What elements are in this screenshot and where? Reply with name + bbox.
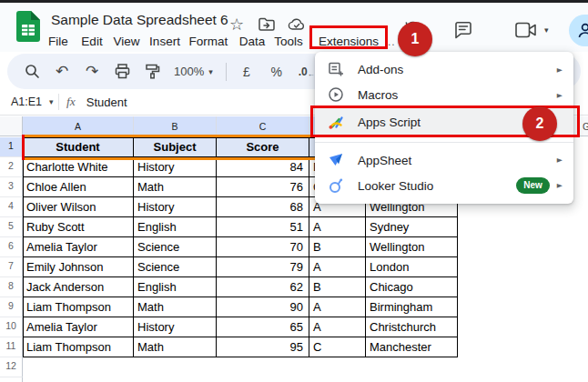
name-box[interactable]: A1:E1 ▾ [0,96,56,108]
row-header-13[interactable]: 13 [0,377,23,382]
table-cell[interactable]: 95 [217,337,309,357]
header-cell-student[interactable]: Student [23,137,134,157]
top-bar: Sample Data Spreadsheet 6 ☆ File Edit Vi… [0,3,588,52]
table-cell[interactable]: Liam Thompson [23,297,134,317]
table-cell[interactable]: Liam Thompson [23,337,134,357]
row-header-5[interactable]: 5 [0,217,23,237]
table-cell[interactable]: 79 [217,257,309,277]
table-cell[interactable]: History [134,317,217,337]
table-cell[interactable]: 65 [217,317,309,337]
table-cell[interactable]: A [309,257,366,277]
header-cell-subject[interactable]: Subject [134,137,217,157]
menubar-item-extensions[interactable]: Extensions [319,32,379,52]
table-cell[interactable]: 90 [217,297,309,317]
row-header-12[interactable]: 12 [0,357,23,377]
zoom-caret-icon: ▾ [208,67,213,76]
table-cell[interactable]: London [366,257,458,277]
menu-item-appsheet[interactable]: AppSheet ▶ [315,147,573,173]
row-header-7[interactable]: 7 [0,257,23,277]
row-header-11[interactable]: 11 [0,337,23,357]
table-cell[interactable]: Math [134,177,217,197]
column-header-b[interactable]: B [134,116,217,136]
table-cell[interactable]: Science [134,257,217,277]
currency-format-button[interactable]: £ [235,60,259,84]
menubar-item-format[interactable]: Format [189,32,228,52]
table-cell[interactable]: 70 [217,237,309,257]
select-all-corner[interactable] [0,116,23,136]
table-cell[interactable]: A [309,297,366,317]
table-cell[interactable]: A [309,317,366,337]
comment-icon[interactable] [453,20,473,40]
table-cell[interactable]: Math [134,337,217,357]
table-cell[interactable]: Sydney [366,217,458,237]
camera-dropdown-caret[interactable]: ▾ [544,25,549,35]
table-cell[interactable]: Chicago [366,277,458,297]
table-cell[interactable]: Manchester [366,337,458,357]
menubar-item-data[interactable]: Data [239,32,266,52]
document-title[interactable]: Sample Data Spreadsheet 6 [51,12,228,28]
row-header-2[interactable]: 2 [0,157,23,177]
table-cell[interactable]: 76 [217,177,309,197]
table-cell[interactable]: Math [134,297,217,317]
menu-item-apps-script[interactable]: Apps Script [315,107,573,136]
table-cell[interactable]: History [134,197,217,217]
table-cell[interactable]: Birmingham [366,297,458,317]
zoom-level-select[interactable]: 100% ▾ [170,60,217,84]
undo-icon[interactable]: ↶ [50,60,74,84]
submenu-arrow-icon: ▶ [557,91,563,97]
percent-format-button[interactable]: % [265,60,289,84]
table-cell[interactable]: Amelia Taylor [23,237,134,257]
meet-camera-icon[interactable] [515,22,537,38]
row-header-3[interactable]: 3 [0,177,23,197]
table-cell[interactable]: English [134,277,217,297]
row-header-4[interactable]: 4 [0,197,23,217]
menu-item-add-ons[interactable]: Add-ons ▶ [315,56,573,82]
table-cell[interactable]: 68 [217,197,309,217]
move-folder-icon[interactable] [258,15,276,34]
redo-icon[interactable]: ↷ [80,60,104,84]
table-cell[interactable]: C [309,337,366,357]
row-header-8[interactable]: 8 [0,277,23,297]
formula-input[interactable]: Student [86,96,127,109]
table-cell[interactable]: Christchurch [366,317,458,337]
table-cell[interactable]: 62 [217,277,309,297]
search-icon[interactable] [20,60,44,84]
looker-studio-icon [328,177,344,194]
table-cell[interactable]: A [309,217,366,237]
menubar-item-insert[interactable]: Insert [149,32,180,52]
table-cell[interactable]: 84 [217,157,309,177]
row-header-6[interactable]: 6 [0,237,23,257]
row-header-9[interactable]: 9 [0,297,23,317]
paint-format-icon[interactable] [140,60,164,84]
print-icon[interactable] [110,60,134,84]
table-cell[interactable]: Oliver Wilson [23,197,134,217]
cloud-saved-icon[interactable] [288,15,306,34]
menubar-item-view[interactable]: View [113,32,139,52]
table-cell[interactable]: Chloe Allen [23,177,134,197]
row-header-1[interactable]: 1 [0,137,23,157]
table-cell[interactable]: B [309,237,366,257]
version-history-icon[interactable] [403,20,423,40]
table-cell[interactable]: Jack Anderson [23,277,134,297]
table-cell[interactable]: Wellington [366,237,458,257]
table-cell[interactable]: Ruby Scott [23,217,134,237]
menu-item-looker-studio[interactable]: Looker Studio New ▶ [315,173,573,198]
header-cell-score[interactable]: Score [217,137,309,157]
menubar-item-file[interactable]: File [48,32,68,52]
menubar-item-edit[interactable]: Edit [81,32,102,52]
table-cell[interactable]: Charlotte White [23,157,134,177]
table-cell[interactable]: 51 [217,217,309,237]
table-cell[interactable]: B [309,277,366,297]
column-header-a[interactable]: A [23,116,134,136]
table-cell[interactable]: Science [134,237,217,257]
star-icon[interactable]: ☆ [228,15,246,34]
table-cell[interactable]: Emily Johnson [23,257,134,277]
table-cell[interactable]: Amelia Taylor [23,317,134,337]
table-cell[interactable]: English [134,217,217,237]
column-header-c[interactable]: C [217,116,309,136]
menu-item-label: AppSheet [358,154,411,167]
table-cell[interactable]: History [134,157,217,177]
menu-item-macros[interactable]: Macros ▶ [315,82,573,107]
row-header-10[interactable]: 10 [0,317,23,337]
menubar-item-tools[interactable]: Tools [274,32,303,52]
